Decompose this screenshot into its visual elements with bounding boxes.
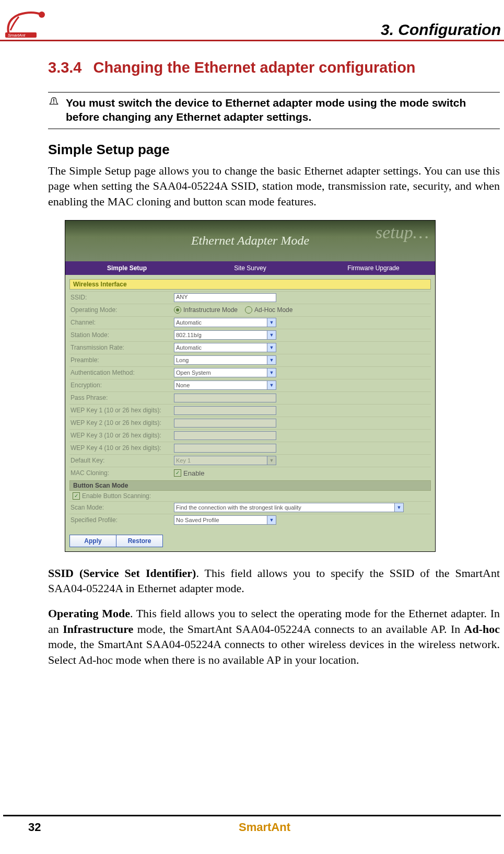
label-mac-cloning: MAC Cloning: xyxy=(69,469,174,477)
radio-infrastructure[interactable] xyxy=(174,306,181,314)
chevron-down-icon: ▼ xyxy=(267,381,276,389)
brand-logo: SmartAnt xyxy=(3,9,50,39)
label-scan-mode: Scan Mode: xyxy=(69,504,174,511)
tab-simple-setup[interactable]: Simple Setup xyxy=(65,264,189,272)
label-wep2: WEP Key 2 (10 or 26 hex digits): xyxy=(69,419,174,426)
label-wep3: WEP Key 3 (10 or 26 hex digits): xyxy=(69,432,174,439)
embed-banner-right: setup… xyxy=(376,223,429,243)
ssid-input[interactable]: ANY xyxy=(174,293,276,302)
embed-banner: Ethernet Adapter Mode setup… xyxy=(65,221,435,261)
term-infrastructure: Infrastructure xyxy=(63,622,133,636)
footer-brand: SmartAnt xyxy=(76,821,453,834)
paragraph-ssid: SSID (Service Set Identifier). This fiel… xyxy=(48,566,500,596)
label-preamble: Preamble: xyxy=(69,356,174,364)
tab-site-survey[interactable]: Site Survey xyxy=(189,264,312,272)
chevron-down-icon: ▼ xyxy=(394,503,403,512)
page-number: 32 xyxy=(3,821,76,834)
label-specified-profile: Specified Profile: xyxy=(69,516,174,524)
apply-button[interactable]: Apply xyxy=(69,535,116,547)
chevron-down-icon: ▼ xyxy=(267,318,276,327)
section-title: Changing the Ethernet adapter configurat… xyxy=(93,59,416,76)
svg-point-0 xyxy=(39,11,45,18)
default-key-select[interactable]: Key 1▼ xyxy=(174,456,276,465)
radio-adhoc-label: Ad-Hoc Mode xyxy=(254,306,292,314)
radio-infrastructure-label: Infrastructure Mode xyxy=(183,306,238,314)
tab-firmware-upgrade[interactable]: Firmware Upgrade xyxy=(312,264,435,272)
chevron-down-icon: ▼ xyxy=(267,368,276,377)
intro-paragraph: The Simple Setup page allows you to chan… xyxy=(48,163,500,210)
mac-cloning-checkbox[interactable] xyxy=(174,469,181,477)
label-station-mode: Station Mode: xyxy=(69,331,174,339)
chevron-down-icon: ▼ xyxy=(267,516,276,524)
chevron-down-icon: ▼ xyxy=(267,456,276,465)
embed-banner-title: Ethernet Adapter Mode xyxy=(191,234,309,248)
term-ssid: SSID (Service Set Identifier) xyxy=(48,567,196,580)
label-channel: Channel: xyxy=(69,319,174,326)
label-operating-mode: Operating Mode: xyxy=(69,306,174,314)
wep-key-1-input[interactable] xyxy=(174,406,276,415)
label-ssid: SSID: xyxy=(69,294,174,301)
embedded-screenshot: Ethernet Adapter Mode setup… Simple Setu… xyxy=(65,220,436,552)
mac-cloning-enable-label: Enable xyxy=(183,469,204,477)
svg-point-3 xyxy=(53,102,54,103)
label-tx-rate: Transmission Rate: xyxy=(69,344,174,351)
note-text: You must switch the device to Ethernet a… xyxy=(66,96,500,124)
enable-button-scan-label: Enable Button Scanning: xyxy=(82,492,151,500)
embed-tabs: Simple Setup Site Survey Firmware Upgrad… xyxy=(65,261,435,275)
radio-adhoc[interactable] xyxy=(245,306,252,314)
auth-method-select[interactable]: Open System▼ xyxy=(174,368,276,377)
page-footer: 32 SmartAnt xyxy=(0,815,504,834)
subsection-heading: Simple Setup page xyxy=(48,142,500,158)
term-operating-mode: Operating Mode xyxy=(48,607,130,620)
term-adhoc: Ad-hoc xyxy=(464,622,500,636)
label-wep4: WEP Key 4 (10 or 26 hex digits): xyxy=(69,444,174,452)
paragraph-operating-mode: Operating Mode. This field allows you to… xyxy=(48,606,500,668)
specified-profile-select[interactable]: No Saved Profile▼ xyxy=(174,515,276,525)
section-number: 3.3.4 xyxy=(48,59,82,76)
caution-icon xyxy=(48,96,61,109)
pass-phrase-input[interactable] xyxy=(174,394,276,402)
label-auth-method: Authentication Method: xyxy=(69,369,174,376)
station-mode-select[interactable]: 802.11b/g▼ xyxy=(174,330,276,340)
chevron-down-icon: ▼ xyxy=(267,331,276,339)
encryption-select[interactable]: None▼ xyxy=(174,380,276,390)
page-header: SmartAnt 3. Configuration xyxy=(0,9,504,41)
note-rule-bottom xyxy=(48,129,500,129)
enable-button-scan-checkbox[interactable] xyxy=(73,492,80,500)
label-default-key: Default Key: xyxy=(69,457,174,464)
svg-text:SmartAnt: SmartAnt xyxy=(8,33,26,38)
note-box: You must switch the device to Ethernet a… xyxy=(48,93,500,129)
preamble-select[interactable]: Long▼ xyxy=(174,355,276,365)
restore-button[interactable]: Restore xyxy=(116,535,163,547)
section-heading: 3.3.4Changing the Ethernet adapter confi… xyxy=(48,59,500,76)
footer-rule xyxy=(3,815,501,816)
section-wireless-interface: Wireless Interface xyxy=(69,279,431,290)
wep-key-3-input[interactable] xyxy=(174,431,276,440)
chapter-title: 3. Configuration xyxy=(381,21,501,39)
label-pass-phrase: Pass Phrase: xyxy=(69,394,174,401)
wep-key-4-input[interactable] xyxy=(174,444,276,453)
channel-select[interactable]: Automatic▼ xyxy=(174,318,276,327)
scan-mode-select[interactable]: Find the connection with the strongest l… xyxy=(174,503,404,512)
tx-rate-select[interactable]: Automatic▼ xyxy=(174,343,276,352)
label-wep1: WEP Key 1 (10 or 26 hex digits): xyxy=(69,407,174,414)
label-encryption: Encryption: xyxy=(69,382,174,389)
wep-key-2-input[interactable] xyxy=(174,419,276,428)
chevron-down-icon: ▼ xyxy=(267,356,276,364)
section-button-scan-mode: Button Scan Mode xyxy=(69,480,431,491)
chevron-down-icon: ▼ xyxy=(267,343,276,352)
